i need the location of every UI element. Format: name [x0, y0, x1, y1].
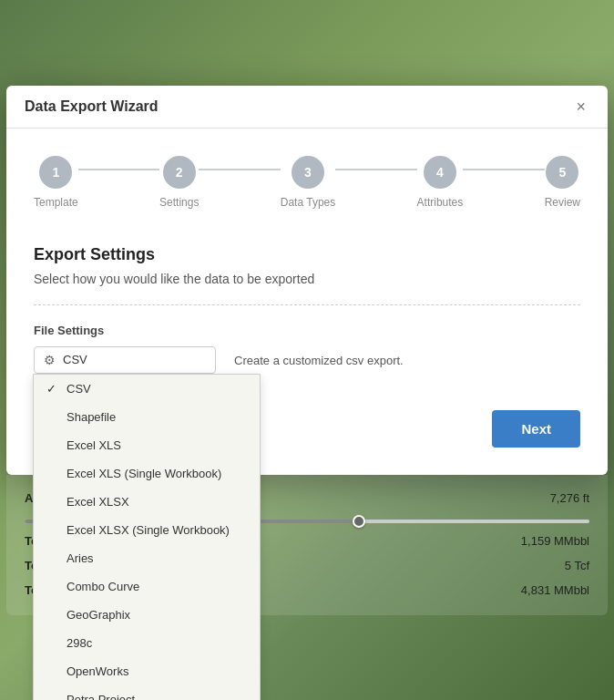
- step-line-1: [78, 169, 159, 170]
- modal-header: Data Export Wizard ×: [6, 86, 608, 129]
- step-1: 1 Template: [34, 156, 78, 209]
- step-circle-1: 1: [39, 156, 72, 189]
- step-circle-5: 5: [546, 156, 578, 189]
- step-circle-2: 2: [163, 156, 196, 189]
- dropdown-item-label-excel-xls: Excel XLS: [67, 438, 121, 452]
- dropdown-item-298c[interactable]: 298c: [34, 629, 260, 657]
- dropdown-item-excel-xlsx[interactable]: Excel XLSX: [34, 488, 260, 516]
- step-circle-4: 4: [424, 156, 456, 189]
- dropdown-item-excel-xls[interactable]: Excel XLS: [34, 431, 260, 459]
- gear-icon: ⚙: [44, 353, 56, 367]
- dropdown-item-petra[interactable]: Petra Project: [34, 685, 260, 701]
- dropdown-item-geographix[interactable]: GeoGraphix: [34, 601, 260, 629]
- lateral-slider-thumb[interactable]: [353, 515, 365, 528]
- csv-hint: Create a customized csv export.: [234, 346, 404, 367]
- dropdown-item-label-aries: Aries: [67, 551, 94, 565]
- step-3: 3 Data Types: [281, 156, 335, 209]
- next-button[interactable]: Next: [492, 410, 580, 448]
- export-wizard-modal: Data Export Wizard × 1 Template 2 Settin…: [6, 86, 608, 475]
- modal-overlay: Data Export Wizard × 1 Template 2 Settin…: [6, 86, 608, 615]
- dropdown-item-label-geographix: GeoGraphix: [67, 608, 130, 622]
- step-label-1: Template: [34, 196, 78, 209]
- step-label-5: Review: [545, 196, 580, 209]
- format-select-container[interactable]: ⚙ CSV ✓ CSV Shapefile: [34, 346, 216, 374]
- step-line-4: [463, 169, 544, 170]
- check-icon: ✓: [46, 382, 61, 396]
- file-settings-label: File Settings: [34, 324, 580, 337]
- step-label-4: Attributes: [417, 196, 464, 209]
- stepper: 1 Template 2 Settings 3 Data Types 4 Att…: [34, 147, 580, 218]
- format-select[interactable]: ⚙ CSV: [34, 346, 216, 374]
- dropdown-item-excel-xls-sw[interactable]: Excel XLS (Single Workbook): [34, 459, 260, 488]
- dropdown-item-label-excel-xlsx: Excel XLSX: [67, 495, 129, 509]
- dropdown-item-excel-xlsx-sw[interactable]: Excel XLSX (Single Workbook): [34, 516, 260, 544]
- step-label-2: Settings: [159, 196, 199, 209]
- stat-value-lateral: 7,276 ft: [550, 491, 589, 505]
- close-button[interactable]: ×: [572, 98, 589, 115]
- selected-format: CSV: [63, 353, 206, 366]
- dropdown-item-csv[interactable]: ✓ CSV: [34, 375, 260, 403]
- step-4: 4 Attributes: [417, 156, 464, 209]
- dropdown-item-label-combo-curve: Combo Curve: [67, 580, 139, 593]
- dropdown-item-label-excel-xlsx-sw: Excel XLSX (Single Workbook): [67, 523, 230, 537]
- stat-value-gas: 5 Tcf: [565, 559, 589, 572]
- modal-title: Data Export Wizard: [25, 98, 159, 115]
- dropdown-item-label-openworks: OpenWorks: [67, 664, 128, 678]
- dropdown-item-label-shapefile: Shapefile: [67, 410, 116, 424]
- dropdown-item-label-298c: 298c: [67, 636, 92, 650]
- dropdown-item-label-excel-xls-sw: Excel XLS (Single Workbook): [67, 467, 221, 480]
- step-line-2: [199, 169, 280, 170]
- stat-value-water: 4,831 MMbbl: [521, 583, 589, 597]
- step-2: 2 Settings: [159, 156, 199, 209]
- divider: [34, 304, 580, 305]
- dropdown-item-label-petra: Petra Project: [67, 693, 135, 701]
- step-circle-3: 3: [292, 156, 324, 189]
- dropdown-item-shapefile[interactable]: Shapefile: [34, 403, 260, 431]
- dropdown-item-label-csv: CSV: [67, 382, 91, 396]
- step-label-3: Data Types: [281, 196, 335, 209]
- dropdown-item-aries[interactable]: Aries: [34, 544, 260, 572]
- section-description: Select how you would like the data to be…: [34, 272, 580, 286]
- step-5: 5 Review: [545, 156, 580, 209]
- format-dropdown: ✓ CSV Shapefile Excel XLS: [33, 374, 261, 701]
- dropdown-item-openworks[interactable]: OpenWorks: [34, 657, 260, 685]
- stat-value-oil: 1,159 MMbbl: [521, 534, 589, 548]
- step-line-3: [335, 169, 416, 170]
- dropdown-item-combo-curve[interactable]: Combo Curve: [34, 572, 260, 601]
- modal-body: 1 Template 2 Settings 3 Data Types 4 Att…: [6, 129, 608, 475]
- settings-row: ⚙ CSV ✓ CSV Shapefile: [34, 346, 580, 374]
- section-title: Export Settings: [34, 245, 580, 264]
